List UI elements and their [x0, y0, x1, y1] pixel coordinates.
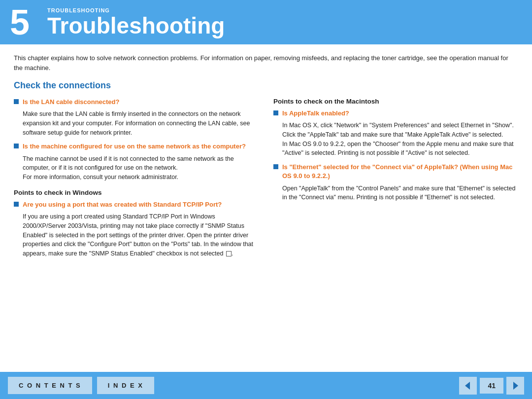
intro-text: This chapter explains how to solve netwo… — [14, 53, 518, 73]
bullet-ethernet: Is "Ethernet" selected for the "Connect … — [273, 163, 518, 181]
page-header: 5 TROUBLESHOOTING Troubleshooting — [0, 0, 532, 44]
bullet-square-icon — [273, 164, 278, 169]
bullet-appletalk-label: Is AppleTalk enabled? — [282, 109, 349, 118]
main-content: This chapter explains how to solve netwo… — [0, 44, 532, 268]
bullet-ethernet-label: Is "Ethernet" selected for the "Connect … — [282, 163, 518, 181]
prev-arrow-icon — [463, 381, 473, 391]
section-title: Check the connections — [14, 80, 518, 91]
checkbox-icon — [226, 251, 232, 256]
svg-marker-1 — [513, 382, 518, 390]
bullet-tcpip-port: Are you using a port that was created wi… — [14, 200, 259, 209]
left-column: Is the LAN cable disconnected? Make sure… — [14, 98, 259, 263]
bullet-ethernet-text: Open "AppleTalk" from the "Control Panel… — [282, 184, 518, 203]
header-title: Troubleshooting — [47, 14, 225, 37]
bullet-tcpip-port-label: Are you using a port that was created wi… — [23, 200, 222, 209]
right-column: Points to check on the Macintosh Is Appl… — [273, 98, 518, 263]
bullet-tcpip-port-text: If you are using a port created using St… — [23, 212, 259, 258]
bullet-square-icon — [14, 202, 19, 207]
bullet-machine-config-text: The machine cannot be used if it is not … — [23, 154, 259, 182]
bullet-appletalk: Is AppleTalk enabled? — [273, 109, 518, 118]
bullet-square-icon — [14, 144, 19, 148]
chapter-number: 5 — [10, 4, 38, 40]
footer-navigation: 41 — [459, 377, 524, 395]
bullet-machine-config: Is the machine configured for use on the… — [14, 142, 259, 151]
index-button[interactable]: I N D E X — [97, 377, 154, 394]
bullet-lan-cable: Is the LAN cable disconnected? — [14, 98, 259, 107]
subsection-windows-title: Points to check in Windows — [14, 189, 259, 196]
bullet-square-icon — [14, 99, 19, 104]
next-page-button[interactable] — [506, 377, 524, 395]
bullet-machine-config-label: Is the machine configured for use on the… — [23, 142, 246, 151]
bullet-appletalk-text: In Mac OS X, click "Network" in "System … — [282, 121, 518, 158]
page-number: 41 — [480, 378, 503, 394]
next-arrow-icon — [510, 381, 520, 391]
bullet-lan-cable-label: Is the LAN cable disconnected? — [23, 98, 120, 107]
header-text-block: TROUBLESHOOTING Troubleshooting — [47, 7, 225, 37]
two-column-layout: Is the LAN cable disconnected? Make sure… — [14, 98, 518, 263]
page-footer: C O N T E N T S I N D E X 41 — [0, 372, 532, 399]
subsection-mac-title: Points to check on the Macintosh — [273, 98, 518, 105]
prev-page-button[interactable] — [459, 377, 477, 395]
bullet-lan-cable-text: Make sure that the LAN cable is firmly i… — [23, 109, 259, 137]
bullet-square-icon — [273, 110, 278, 115]
contents-button[interactable]: C O N T E N T S — [8, 377, 92, 394]
svg-marker-0 — [465, 382, 470, 390]
